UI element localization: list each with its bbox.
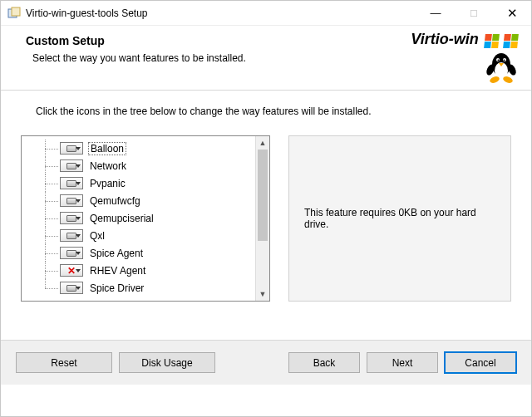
feature-label: Pvpanic	[88, 178, 127, 189]
svg-point-6	[498, 60, 500, 61]
chevron-down-icon	[76, 199, 81, 203]
window-title: Virtio-win-guest-tools Setup	[26, 7, 416, 19]
feature-tree-item[interactable]: Spice Driver	[22, 279, 255, 297]
brand-text: Virtio-win	[411, 31, 478, 47]
chevron-down-icon	[76, 287, 81, 290]
chevron-down-icon	[76, 147, 81, 150]
brand-area: Virtio-win	[411, 31, 518, 87]
cancel-button[interactable]: Cancel	[445, 352, 516, 373]
back-button[interactable]: Back	[288, 352, 360, 373]
scroll-thumb[interactable]	[258, 150, 268, 241]
scroll-down-icon[interactable]: ▼	[256, 287, 269, 301]
feature-tree-item[interactable]: Qemupciserial	[22, 209, 255, 227]
feature-tree-item[interactable]: ✕RHEV Agent	[22, 262, 255, 279]
window-controls: ― □ ✕	[416, 1, 531, 25]
title-bar: Virtio-win-guest-tools Setup ― □ ✕	[1, 1, 531, 26]
feature-install-icon[interactable]	[60, 159, 83, 172]
instruction-text: Click the icons in the tree below to cha…	[36, 105, 511, 117]
feature-install-icon[interactable]	[60, 247, 83, 259]
wizard-body: Click the icons in the tree below to cha…	[1, 91, 531, 308]
feature-label: Spice Agent	[88, 248, 145, 259]
feature-install-icon[interactable]	[60, 229, 83, 242]
wizard-footer: Reset Disk Usage Back Next Cancel	[1, 340, 531, 385]
windows-logo-icon	[503, 34, 519, 48]
feature-label: Network	[88, 160, 128, 172]
feature-label: RHEV Agent	[88, 265, 147, 277]
feature-install-icon[interactable]	[60, 142, 83, 155]
installer-icon	[7, 7, 21, 20]
tux-penguin-icon	[485, 48, 518, 85]
maximize-button: □	[455, 1, 493, 25]
svg-rect-1	[12, 7, 20, 16]
feature-label: Qemufwcfg	[88, 195, 142, 207]
feature-label: Balloon	[88, 142, 126, 155]
feature-tree-item[interactable]: Qemufwcfg	[22, 192, 255, 209]
feature-tree[interactable]: BalloonNetworkPvpanicQemufwcfgQemupciser…	[21, 135, 270, 302]
wizard-header: Custom Setup Select the way you want fea…	[1, 26, 531, 91]
close-button[interactable]: ✕	[493, 1, 531, 25]
next-button[interactable]: Next	[367, 352, 438, 373]
feature-install-icon[interactable]	[60, 194, 83, 207]
feature-disabled-icon[interactable]: ✕	[60, 264, 83, 277]
feature-description-panel: This feature requires 0KB on your hard d…	[288, 135, 511, 302]
chevron-down-icon	[76, 269, 81, 272]
feature-install-icon[interactable]	[60, 177, 83, 189]
feature-label: Qemupciserial	[88, 213, 155, 224]
svg-point-7	[504, 60, 505, 61]
chevron-down-icon	[76, 182, 81, 185]
chevron-down-icon	[76, 234, 81, 238]
windows-logo-icon	[484, 34, 500, 48]
feature-label: Qxl	[88, 230, 106, 242]
chevron-down-icon	[76, 252, 81, 255]
chevron-down-icon	[76, 164, 81, 168]
feature-description-text: This feature requires 0KB on your hard d…	[304, 207, 495, 230]
feature-tree-item[interactable]: Network	[22, 157, 255, 174]
feature-tree-item[interactable]: Spice Agent	[22, 244, 255, 262]
scroll-up-icon[interactable]: ▲	[256, 136, 269, 150]
feature-tree-item[interactable]: Pvpanic	[22, 174, 255, 192]
disk-usage-button[interactable]: Disk Usage	[119, 352, 215, 373]
chevron-down-icon	[76, 217, 81, 220]
feature-install-icon[interactable]	[60, 212, 83, 224]
minimize-button[interactable]: ―	[416, 1, 455, 25]
tree-scrollbar[interactable]: ▲ ▼	[255, 136, 269, 301]
reset-button[interactable]: Reset	[16, 352, 112, 373]
feature-tree-item[interactable]: Balloon	[22, 140, 255, 157]
feature-install-icon[interactable]	[60, 282, 83, 294]
feature-tree-item[interactable]: Qxl	[22, 227, 255, 244]
feature-label: Spice Driver	[88, 282, 145, 294]
